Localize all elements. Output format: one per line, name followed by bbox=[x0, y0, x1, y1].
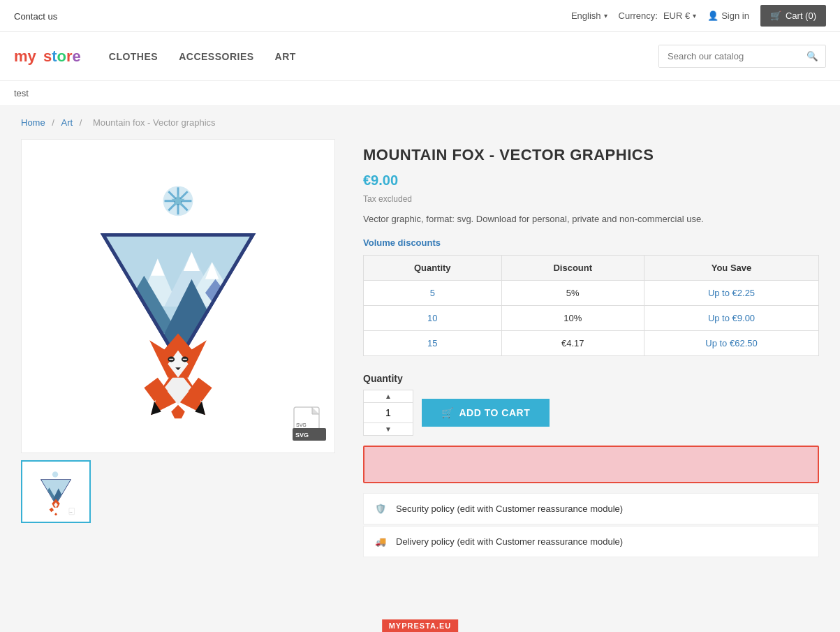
cart-icon: 🛒 bbox=[770, 10, 781, 21]
quantity-label: Quantity bbox=[363, 373, 819, 384]
breadcrumb-sep-2: / bbox=[80, 117, 84, 128]
error-box bbox=[363, 446, 819, 483]
table-row: 15 €4.17 Up to €62.50 bbox=[364, 330, 819, 355]
discount-table: Quantity Discount You Save 5 5% Up to €2… bbox=[363, 255, 819, 356]
thumbnail-row: SVG bbox=[21, 460, 335, 523]
reassurance-delivery: 🚚 Delivery policy (edit with Customer re… bbox=[363, 526, 819, 557]
subnav-test[interactable]: test bbox=[14, 81, 29, 105]
table-cell-discount: €4.17 bbox=[501, 330, 644, 355]
svg-marker-37 bbox=[171, 405, 184, 418]
volume-discounts-label: Volume discounts bbox=[363, 237, 819, 248]
sign-in-label: Sign in bbox=[721, 10, 749, 21]
svg-file-icon: SVG SVG bbox=[293, 406, 326, 444]
breadcrumb-home[interactable]: Home bbox=[21, 117, 45, 128]
tax-info: Tax excluded bbox=[363, 194, 819, 204]
logo[interactable]: my store bbox=[14, 47, 81, 66]
logo-space bbox=[38, 47, 42, 66]
language-dropdown-icon: ▾ bbox=[604, 12, 607, 20]
table-cell-discount: 5% bbox=[501, 280, 644, 305]
product-title: MOUNTAIN FOX - VECTOR GRAPHICS bbox=[363, 146, 819, 164]
table-header-discount: Discount bbox=[501, 255, 644, 280]
svg-marker-54 bbox=[54, 513, 57, 515]
add-to-cart-row: ▲ ▼ 🛒 ADD TO CART bbox=[363, 390, 819, 436]
cart-label: Cart (0) bbox=[786, 10, 816, 21]
product-info: MOUNTAIN FOX - VECTOR GRAPHICS €9.00 Tax… bbox=[363, 139, 819, 559]
cart-button[interactable]: 🛒 Cart (0) bbox=[760, 5, 826, 27]
nav-art[interactable]: ART bbox=[275, 51, 296, 62]
sign-in-link[interactable]: 👤 Sign in bbox=[707, 10, 749, 21]
logo-my: my bbox=[14, 47, 36, 66]
table-cell-qty: 5 bbox=[364, 280, 502, 305]
contact-us-link[interactable]: Contact us bbox=[14, 11, 57, 22]
sub-nav: test bbox=[0, 81, 840, 106]
quantity-stepper[interactable]: ▲ ▼ bbox=[363, 390, 413, 436]
security-label: Security policy (edit with Customer reas… bbox=[396, 504, 623, 514]
svg-text:SVG: SVG bbox=[295, 432, 309, 439]
add-to-cart-button[interactable]: 🛒 ADD TO CART bbox=[422, 399, 550, 427]
header: my store CLOTHES ACCESSORIES ART 🔍 bbox=[0, 32, 840, 81]
user-icon: 👤 bbox=[707, 10, 719, 21]
quantity-input[interactable] bbox=[364, 402, 413, 423]
table-row: 5 5% Up to €2.25 bbox=[364, 280, 819, 305]
truck-icon: 🚚 bbox=[375, 536, 386, 547]
shield-icon: 🛡️ bbox=[375, 504, 386, 514]
svg-marker-51 bbox=[50, 508, 54, 513]
product-illustration bbox=[66, 170, 290, 422]
nav-clothes[interactable]: CLOTHES bbox=[109, 51, 158, 62]
quantity-down-button[interactable]: ▼ bbox=[364, 423, 413, 435]
table-row: 10 10% Up to €9.00 bbox=[364, 305, 819, 330]
reassurance-list: 🛡️ Security policy (edit with Customer r… bbox=[363, 493, 819, 557]
language-selector[interactable]: English ▾ bbox=[571, 10, 607, 21]
currency-label: Currency: bbox=[619, 10, 658, 21]
table-header-save: You Save bbox=[644, 255, 818, 280]
table-cell-save: Up to €2.25 bbox=[644, 280, 818, 305]
svg-text:SVG: SVG bbox=[69, 511, 73, 513]
breadcrumb-sep-1: / bbox=[52, 117, 57, 128]
header-left: my store CLOTHES ACCESSORIES ART bbox=[14, 47, 296, 66]
search-box[interactable]: 🔍 bbox=[658, 45, 826, 68]
product-images: SVG SVG bbox=[21, 139, 335, 559]
table-cell-qty: 10 bbox=[364, 305, 502, 330]
breadcrumb: Home / Art / Mountain fox - Vector graph… bbox=[0, 106, 840, 139]
cart-icon: 🛒 bbox=[441, 407, 454, 418]
reassurance-security: 🛡️ Security policy (edit with Customer r… bbox=[363, 493, 819, 524]
breadcrumb-art[interactable]: Art bbox=[61, 117, 73, 128]
top-bar: Contact us English ▾ Currency: EUR € ▾ 👤… bbox=[0, 0, 840, 32]
breadcrumb-current: Mountain fox - Vector graphics bbox=[93, 117, 216, 128]
product-container: SVG SVG bbox=[0, 139, 840, 580]
top-bar-right: English ▾ Currency: EUR € ▾ 👤 Sign in 🛒 … bbox=[571, 5, 826, 27]
product-price: €9.00 bbox=[363, 172, 819, 189]
svg-text:SVG: SVG bbox=[296, 422, 307, 427]
svg-point-50 bbox=[52, 471, 58, 477]
table-cell-save: Up to €9.00 bbox=[644, 305, 818, 330]
search-input[interactable] bbox=[659, 45, 800, 67]
currency-value: EUR € bbox=[663, 10, 690, 21]
table-header-quantity: Quantity bbox=[364, 255, 502, 280]
top-bar-left: Contact us bbox=[14, 10, 57, 22]
search-icon: 🔍 bbox=[806, 51, 818, 61]
table-cell-discount: 10% bbox=[501, 305, 644, 330]
main-product-image: SVG SVG bbox=[21, 139, 335, 453]
product-description: Vector graphic, format: svg. Download fo… bbox=[363, 212, 819, 226]
product-thumbnail[interactable]: SVG bbox=[21, 460, 91, 523]
delivery-label: Delivery policy (edit with Customer reas… bbox=[396, 536, 623, 547]
table-cell-save: Up to €62.50 bbox=[644, 330, 818, 355]
main-nav: CLOTHES ACCESSORIES ART bbox=[109, 51, 296, 62]
table-cell-qty: 15 bbox=[364, 330, 502, 355]
language-label: English bbox=[571, 10, 601, 21]
svg-marker-20 bbox=[216, 296, 233, 316]
add-to-cart-label: ADD TO CART bbox=[459, 407, 531, 418]
quantity-up-button[interactable]: ▲ bbox=[364, 390, 413, 402]
nav-accessories[interactable]: ACCESSORIES bbox=[179, 51, 253, 62]
currency-selector[interactable]: Currency: EUR € ▾ bbox=[619, 10, 697, 21]
currency-dropdown-icon: ▾ bbox=[693, 12, 696, 20]
search-button[interactable]: 🔍 bbox=[800, 45, 825, 67]
logo-store: store bbox=[43, 47, 81, 66]
